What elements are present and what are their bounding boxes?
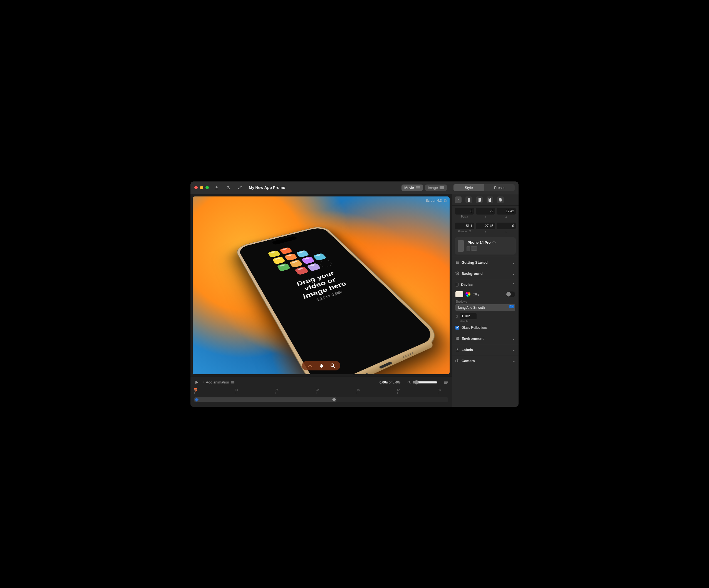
- section-label: Environment: [462, 337, 483, 341]
- glass-reflections-checkbox[interactable]: [455, 326, 459, 330]
- keyframe-start[interactable]: [194, 397, 199, 401]
- orient-angled-icon[interactable]: [497, 196, 504, 203]
- section-label: Getting Started: [462, 260, 488, 264]
- maximize-button[interactable]: [206, 186, 209, 189]
- orbit-tool[interactable]: [307, 363, 313, 368]
- layers-icon: [455, 272, 459, 275]
- rotation-fields: ° ° °: [452, 220, 519, 230]
- svg-point-13: [456, 262, 456, 262]
- keyframe-end[interactable]: [332, 397, 336, 401]
- close-button[interactable]: [194, 186, 198, 189]
- svg-point-7: [408, 381, 410, 383]
- landscape-mode-icon[interactable]: [471, 246, 477, 251]
- clay-toggle[interactable]: [506, 291, 515, 297]
- timeline-menu[interactable]: [444, 381, 448, 384]
- pos-y-input[interactable]: [476, 208, 495, 215]
- section-label: Labels: [462, 347, 473, 352]
- svg-rect-0: [444, 200, 446, 202]
- weight-input[interactable]: [460, 313, 477, 319]
- plus-icon: +: [202, 380, 204, 384]
- environment-section[interactable]: Environment ⌄: [452, 333, 519, 344]
- preset-tab[interactable]: Preset: [484, 184, 515, 191]
- camera-icon: [455, 359, 459, 362]
- movie-label: Movie: [404, 186, 414, 190]
- device-section-body: Clay Shadows Long And Smooth Weight: [452, 290, 519, 333]
- orient-tilt-left-icon[interactable]: [476, 196, 483, 203]
- expand-icon[interactable]: [236, 184, 244, 192]
- orient-front-icon[interactable]: [466, 196, 472, 203]
- pos-x-label: Pos x: [455, 215, 474, 218]
- aspect-ratio-label[interactable]: Screen 4:3: [426, 199, 447, 202]
- svg-point-2: [310, 363, 311, 364]
- info-icon[interactable]: [492, 241, 496, 244]
- main-area: Screen 4:3: [190, 194, 452, 407]
- weight-label: Weight: [460, 320, 515, 323]
- project-title: My New App Promo: [249, 185, 285, 190]
- canvas-toolbar: [302, 361, 340, 370]
- labels-section[interactable]: Labels ⌄: [452, 344, 519, 355]
- tick: 2s: [275, 389, 279, 392]
- orientation-presets: [452, 194, 519, 206]
- tick: 4s: [357, 389, 360, 392]
- movie-button[interactable]: Movie: [401, 185, 423, 191]
- glass-reflections-label: Glass Reflections: [462, 326, 488, 330]
- tick: 5s: [397, 389, 400, 392]
- zoom-tool[interactable]: [330, 363, 335, 368]
- style-tab[interactable]: Style: [453, 184, 484, 191]
- device-name-label: iPhone 14 Pro: [467, 241, 491, 245]
- minimize-button[interactable]: [200, 186, 203, 189]
- device-card[interactable]: iPhone 14 Pro: [455, 237, 516, 255]
- magnifier-icon: [407, 381, 411, 384]
- color-picker-icon[interactable]: [466, 292, 470, 297]
- chevron-down-icon: ⌄: [512, 272, 515, 276]
- pan-tool[interactable]: [319, 363, 324, 368]
- device-section[interactable]: Device ⌃: [452, 279, 519, 290]
- phone-icon: [455, 283, 459, 286]
- device-color-swatch[interactable]: [455, 291, 463, 297]
- chevron-down-icon: ⌄: [512, 337, 515, 341]
- rot-x-label: Rotation X: [455, 230, 474, 233]
- chevron-down-icon: ⌄: [512, 347, 515, 352]
- tick: 1s: [235, 389, 238, 392]
- timeline-ruler[interactable]: 0s 1s 2s 3s 4s 5s 6s: [194, 389, 448, 394]
- image-button[interactable]: Image: [425, 185, 447, 191]
- svg-point-10: [489, 198, 490, 199]
- svg-point-1: [310, 365, 311, 366]
- zoom-slider[interactable]: [412, 380, 437, 385]
- collapse-inspector-icon[interactable]: [455, 196, 462, 203]
- add-animation-label: Add animation: [206, 380, 229, 384]
- timeline-zoom: [407, 380, 437, 385]
- shadows-select[interactable]: Long And Smooth: [455, 304, 515, 311]
- position-fields: [452, 206, 519, 215]
- screen-dimensions: 1,179 × 2,556: [316, 290, 343, 302]
- section-label: Device: [461, 283, 473, 287]
- animation-track[interactable]: [194, 397, 448, 402]
- download-icon[interactable]: [213, 184, 220, 192]
- animation-clip[interactable]: [194, 397, 336, 402]
- play-button[interactable]: [194, 380, 199, 385]
- svg-rect-8: [468, 198, 470, 202]
- orient-tilt-right-icon[interactable]: [487, 196, 493, 203]
- camera-section[interactable]: Camera ⌄: [452, 356, 519, 366]
- canvas[interactable]: Screen 4:3: [193, 196, 450, 374]
- pos-x-input[interactable]: [455, 208, 474, 215]
- svg-rect-15: [456, 283, 458, 286]
- timeline-panel: + Add animation 0.00s of 3.40s: [190, 376, 452, 407]
- rot-z-label: z: [497, 230, 516, 233]
- share-icon[interactable]: [225, 184, 232, 192]
- rot-y-label: y: [476, 230, 495, 233]
- section-label: Camera: [462, 359, 475, 363]
- image-label: Image: [428, 186, 438, 190]
- chevron-down-icon: ⌄: [512, 260, 515, 264]
- film-icon: [416, 186, 420, 189]
- shadows-label: Shadows: [455, 300, 515, 303]
- add-animation-button[interactable]: + Add animation: [202, 380, 235, 384]
- svg-point-9: [480, 198, 480, 199]
- getting-started-section[interactable]: Getting Started ⌄: [452, 257, 519, 268]
- portrait-mode-icon[interactable]: [467, 246, 470, 251]
- pos-z-input[interactable]: [497, 208, 516, 215]
- inspector-sidebar: Pos x y z ° ° ° Rotation X y z iPhone 14…: [452, 194, 519, 407]
- svg-rect-6: [231, 381, 234, 384]
- device-orientation-modes: [467, 246, 513, 251]
- background-section[interactable]: Background ⌄: [452, 268, 519, 279]
